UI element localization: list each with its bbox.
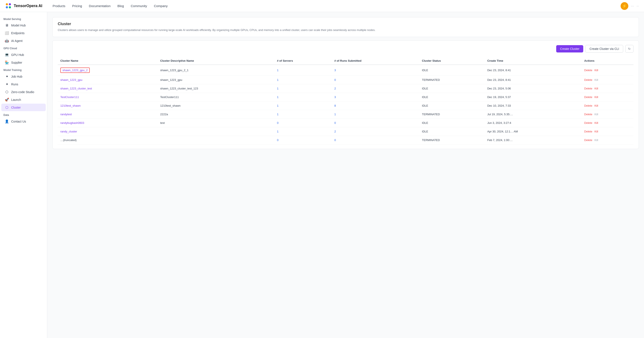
sidebar-item-supplier[interactable]: 🏪 Supplier bbox=[1, 59, 46, 66]
cluster-name-link-highlighted[interactable]: shawn_1223_gpu_2 bbox=[60, 68, 90, 73]
create-cluster-cli-button[interactable]: Create Cluster via CLI bbox=[586, 45, 623, 53]
sidebar-item-cluster[interactable]: ⬡ Cluster bbox=[1, 104, 46, 111]
num-runs-link[interactable]: 1 bbox=[334, 113, 336, 116]
create-cluster-button[interactable]: Create Cluster bbox=[556, 45, 583, 53]
delete-button[interactable]: Delete bbox=[584, 104, 592, 107]
delete-button[interactable]: Delete bbox=[584, 78, 592, 81]
cell-actions: DeleteKill bbox=[582, 84, 634, 93]
num-runs-link[interactable]: 2 bbox=[334, 130, 336, 133]
sidebar-item-zero-code-studio[interactable]: ⬡ Zero-code Studio bbox=[1, 88, 46, 96]
endpoints-icon: ⬜ bbox=[5, 31, 9, 35]
num-servers-link[interactable]: 1 bbox=[277, 130, 278, 133]
table-row: shawn_1223_gpu_2shawn_1223_gpu_2_113IDLE… bbox=[58, 65, 634, 76]
nav-links: Products Pricing Documentation Blog Comm… bbox=[52, 4, 620, 8]
cluster-name-link[interactable]: TestCluster111 bbox=[60, 95, 79, 99]
logo[interactable]: TensorOpera AI bbox=[5, 3, 42, 10]
cluster-name-link[interactable]: randybugbash0603 bbox=[60, 121, 84, 124]
sidebar-label-model-hub: Model Hub bbox=[11, 24, 26, 27]
cell-create-time: Jun 3, 2024, 3:27:4 bbox=[485, 118, 582, 127]
cell-cluster-name: randytest bbox=[58, 110, 158, 118]
cell-status: IDLE bbox=[420, 84, 485, 93]
sidebar-item-gpu-hub[interactable]: 💻 GPU Hub bbox=[1, 51, 46, 59]
nav-company[interactable]: Company bbox=[154, 4, 168, 8]
nav-blog[interactable]: Blog bbox=[118, 4, 124, 8]
num-runs-link[interactable]: 0 bbox=[334, 78, 336, 81]
table-row: TestCluster111TestCluster11113IDLEDec 19… bbox=[58, 93, 634, 101]
sidebar-item-endpoints[interactable]: ⬜ Endpoints bbox=[1, 29, 46, 37]
num-runs-link[interactable]: 2 bbox=[334, 87, 336, 90]
cell-actions: DeleteKill bbox=[582, 127, 634, 136]
delete-button[interactable]: Delete bbox=[584, 138, 592, 142]
num-runs-link[interactable]: 8 bbox=[334, 104, 336, 107]
cell-descriptive-name bbox=[158, 127, 274, 136]
cell-num-runs: 0 bbox=[332, 118, 419, 127]
cell-cluster-name: shawn_1223_gpu_2 bbox=[58, 65, 158, 76]
cluster-name-link[interactable]: 1210test_shawn bbox=[60, 104, 81, 107]
sidebar-label-job-hub: Job Hub bbox=[11, 75, 22, 78]
sidebar-item-launch[interactable]: 🚀 Launch bbox=[1, 96, 46, 103]
nav-pricing[interactable]: Pricing bbox=[72, 4, 82, 8]
num-runs-link[interactable]: 0 bbox=[334, 138, 336, 142]
num-servers-link[interactable]: 1 bbox=[277, 87, 278, 90]
kill-button[interactable]: Kill bbox=[594, 87, 598, 90]
svg-point-2 bbox=[6, 6, 8, 8]
cell-create-time: Jul 19, 2024, 5:35:… bbox=[485, 110, 582, 118]
refresh-button[interactable]: ↻ bbox=[625, 45, 634, 53]
cluster-name-link[interactable]: randy_cluster bbox=[60, 130, 77, 133]
kill-button[interactable]: Kill bbox=[594, 130, 598, 133]
kill-button[interactable]: Kill bbox=[594, 121, 598, 124]
sidebar-item-job-hub[interactable]: ✦ Job Hub bbox=[1, 73, 46, 80]
num-runs-link[interactable]: 3 bbox=[334, 95, 336, 99]
table-toolbar: Create Cluster Create Cluster via CLI ↻ bbox=[58, 45, 634, 53]
num-servers-link[interactable]: 0 bbox=[277, 121, 278, 124]
delete-button[interactable]: Delete bbox=[584, 121, 592, 124]
cell-status: TERMINATED bbox=[420, 75, 485, 84]
nav-documentation[interactable]: Documentation bbox=[89, 4, 110, 8]
ai-agent-icon: 🤖 bbox=[5, 39, 9, 43]
cell-descriptive-name: shawn_1223_cluster_test_123 bbox=[158, 84, 274, 93]
num-servers-link[interactable]: 1 bbox=[277, 95, 278, 99]
cell-num-servers: 0 bbox=[274, 118, 332, 127]
delete-button[interactable]: Delete bbox=[584, 69, 592, 72]
sidebar-item-model-hub[interactable]: 🖥 Model Hub bbox=[1, 22, 46, 29]
cell-num-runs: 0 bbox=[332, 75, 419, 84]
cluster-table: Cluster Name Cluster Descriptive Name # … bbox=[58, 57, 634, 144]
num-servers-link[interactable]: 1 bbox=[277, 69, 278, 72]
delete-button[interactable]: Delete bbox=[584, 130, 592, 133]
avatar[interactable]: ⚡ bbox=[620, 2, 628, 10]
nav-right: ⚡ ···· ··· bbox=[620, 2, 639, 10]
cell-descriptive-name: TestCluster111 bbox=[158, 93, 274, 101]
kill-button[interactable]: Kill bbox=[594, 104, 598, 107]
cluster-name-link[interactable]: randytest bbox=[60, 113, 72, 116]
sidebar-item-contact-us[interactable]: 👤 Contact Us bbox=[1, 118, 46, 125]
section-model-serving: Model Serving bbox=[0, 16, 47, 22]
cell-cluster-name: 1210test_shawn bbox=[58, 101, 158, 110]
delete-button[interactable]: Delete bbox=[584, 95, 592, 99]
num-servers-link[interactable]: 1 bbox=[277, 113, 278, 116]
sidebar: Model Serving 🖥 Model Hub ⬜ Endpoints 🤖 … bbox=[0, 12, 47, 338]
sidebar-item-runs[interactable]: ✦ Runs bbox=[1, 80, 46, 88]
delete-button[interactable]: Delete bbox=[584, 113, 592, 116]
num-runs-link[interactable]: 0 bbox=[334, 121, 336, 124]
cell-num-servers: 0 bbox=[274, 136, 332, 144]
cell-actions: DeleteKill bbox=[582, 118, 634, 127]
cell-num-servers: 1 bbox=[274, 75, 332, 84]
cluster-name-link[interactable]: shawn_1223_cluster_test bbox=[60, 87, 92, 90]
table-row: shawn_1223_gpushawn_1223_gpu10TERMINATED… bbox=[58, 75, 634, 84]
kill-button[interactable]: Kill bbox=[594, 69, 598, 72]
kill-button[interactable]: Kill bbox=[594, 95, 598, 99]
num-servers-link[interactable]: 1 bbox=[277, 104, 278, 107]
num-runs-link[interactable]: 3 bbox=[334, 69, 336, 72]
cell-actions: DeleteKill bbox=[582, 101, 634, 110]
delete-button[interactable]: Delete bbox=[584, 87, 592, 90]
num-servers-link[interactable]: 1 bbox=[277, 78, 278, 81]
nav-products[interactable]: Products bbox=[52, 4, 65, 8]
cluster-name-link[interactable]: shawn_1223_gpu bbox=[60, 78, 82, 81]
sidebar-item-ai-agent[interactable]: 🤖 AI Agent bbox=[1, 37, 46, 45]
table-card: Create Cluster Create Cluster via CLI ↻ … bbox=[52, 40, 639, 149]
model-hub-icon: 🖥 bbox=[5, 24, 9, 27]
sidebar-label-endpoints: Endpoints bbox=[11, 31, 24, 35]
col-create-time: Create Time bbox=[485, 57, 582, 65]
nav-community[interactable]: Community bbox=[131, 4, 147, 8]
num-servers-link[interactable]: 0 bbox=[277, 138, 278, 142]
